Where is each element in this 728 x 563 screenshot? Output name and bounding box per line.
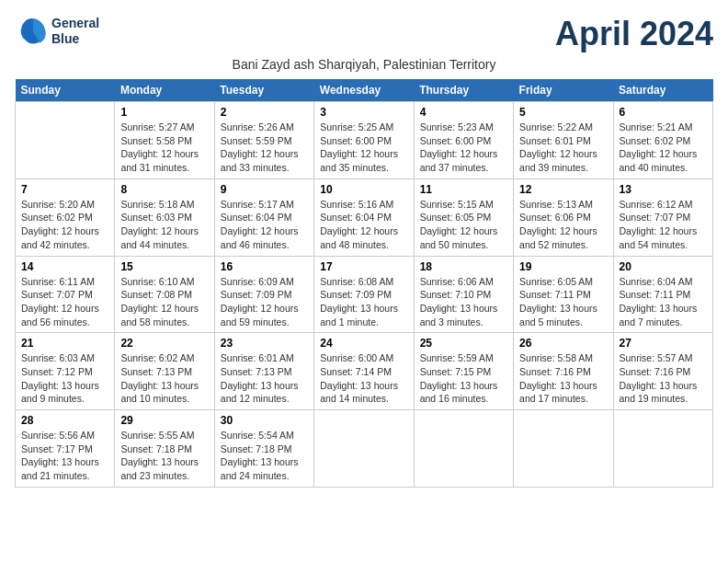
day-number: 8	[120, 183, 208, 196]
day-number: 20	[620, 260, 707, 273]
month-title: April 2024	[555, 15, 713, 53]
day-number: 5	[519, 106, 607, 119]
day-number: 11	[420, 183, 507, 196]
logo-general: General	[51, 16, 99, 31]
day-number: 29	[120, 414, 208, 427]
day-number: 19	[519, 260, 607, 273]
calendar-cell: 17Sunrise: 6:08 AM Sunset: 7:09 PM Dayli…	[314, 256, 414, 333]
calendar-cell: 8Sunrise: 5:18 AM Sunset: 6:03 PM Daylig…	[115, 178, 214, 256]
calendar-cell: 10Sunrise: 5:16 AM Sunset: 6:04 PM Dayli…	[314, 178, 414, 256]
calendar-cell: 30Sunrise: 5:54 AM Sunset: 7:18 PM Dayli…	[214, 410, 313, 488]
calendar-cell: 18Sunrise: 6:06 AM Sunset: 7:10 PM Dayli…	[414, 256, 513, 333]
calendar-cell	[414, 410, 513, 488]
day-info: Sunrise: 6:02 AM Sunset: 7:13 PM Dayligh…	[120, 351, 208, 406]
weekday-header-row: SundayMondayTuesdayWednesdayThursdayFrid…	[16, 79, 713, 102]
day-info: Sunrise: 5:25 AM Sunset: 6:00 PM Dayligh…	[320, 121, 407, 175]
calendar-table: SundayMondayTuesdayWednesdayThursdayFrid…	[15, 79, 713, 488]
day-number: 27	[620, 337, 707, 350]
day-info: Sunrise: 5:22 AM Sunset: 6:01 PM Dayligh…	[519, 121, 607, 175]
day-info: Sunrise: 5:18 AM Sunset: 6:03 PM Dayligh…	[120, 198, 208, 252]
day-number: 26	[519, 337, 607, 350]
calendar-cell: 29Sunrise: 5:55 AM Sunset: 7:18 PM Dayli…	[115, 410, 214, 488]
calendar-cell	[16, 102, 115, 179]
day-number: 22	[120, 337, 208, 350]
day-number: 7	[21, 183, 108, 196]
day-number: 9	[221, 183, 308, 196]
day-info: Sunrise: 5:16 AM Sunset: 6:04 PM Dayligh…	[320, 198, 407, 252]
day-info: Sunrise: 5:21 AM Sunset: 6:02 PM Dayligh…	[620, 121, 707, 175]
day-number: 3	[320, 106, 407, 119]
calendar-week-3: 14Sunrise: 6:11 AM Sunset: 7:07 PM Dayli…	[16, 256, 713, 333]
day-info: Sunrise: 5:57 AM Sunset: 7:16 PM Dayligh…	[620, 351, 707, 406]
day-info: Sunrise: 5:13 AM Sunset: 6:06 PM Dayligh…	[519, 198, 607, 252]
calendar-cell: 24Sunrise: 6:00 AM Sunset: 7:14 PM Dayli…	[314, 333, 414, 410]
day-info: Sunrise: 6:08 AM Sunset: 7:09 PM Dayligh…	[320, 275, 407, 329]
page-header: General Blue April 2024	[15, 15, 713, 53]
day-number: 12	[519, 183, 607, 196]
day-info: Sunrise: 6:00 AM Sunset: 7:14 PM Dayligh…	[320, 351, 407, 406]
day-number: 14	[21, 260, 108, 273]
weekday-header-friday: Friday	[514, 79, 613, 102]
calendar-cell: 28Sunrise: 5:56 AM Sunset: 7:17 PM Dayli…	[16, 410, 115, 488]
day-info: Sunrise: 5:23 AM Sunset: 6:00 PM Dayligh…	[420, 121, 507, 175]
weekday-header-sunday: Sunday	[16, 79, 115, 102]
location-title: Bani Zayd ash Sharqiyah, Palestinian Ter…	[15, 57, 713, 72]
day-number: 21	[21, 337, 108, 350]
day-number: 18	[420, 260, 507, 273]
calendar-cell: 2Sunrise: 5:26 AM Sunset: 5:59 PM Daylig…	[214, 102, 313, 179]
calendar-cell: 23Sunrise: 6:01 AM Sunset: 7:13 PM Dayli…	[214, 333, 313, 410]
calendar-cell: 26Sunrise: 5:58 AM Sunset: 7:16 PM Dayli…	[514, 333, 613, 410]
day-info: Sunrise: 5:56 AM Sunset: 7:17 PM Dayligh…	[21, 429, 108, 483]
weekday-header-saturday: Saturday	[613, 79, 712, 102]
calendar-week-4: 21Sunrise: 6:03 AM Sunset: 7:12 PM Dayli…	[16, 333, 713, 410]
day-info: Sunrise: 6:01 AM Sunset: 7:13 PM Dayligh…	[221, 351, 308, 406]
calendar-cell: 14Sunrise: 6:11 AM Sunset: 7:07 PM Dayli…	[16, 256, 115, 333]
calendar-week-2: 7Sunrise: 5:20 AM Sunset: 6:02 PM Daylig…	[16, 178, 713, 256]
weekday-header-monday: Monday	[115, 79, 214, 102]
calendar-cell: 19Sunrise: 6:05 AM Sunset: 7:11 PM Dayli…	[514, 256, 613, 333]
calendar-week-1: 1Sunrise: 5:27 AM Sunset: 5:58 PM Daylig…	[16, 102, 713, 179]
calendar-body: 1Sunrise: 5:27 AM Sunset: 5:58 PM Daylig…	[16, 102, 713, 488]
day-info: Sunrise: 6:12 AM Sunset: 7:07 PM Dayligh…	[620, 198, 707, 252]
day-number: 2	[221, 106, 308, 119]
day-info: Sunrise: 5:15 AM Sunset: 6:05 PM Dayligh…	[420, 198, 507, 252]
day-info: Sunrise: 5:58 AM Sunset: 7:16 PM Dayligh…	[519, 351, 607, 406]
day-info: Sunrise: 5:17 AM Sunset: 6:04 PM Dayligh…	[221, 198, 308, 252]
calendar-cell	[514, 410, 613, 488]
day-info: Sunrise: 5:27 AM Sunset: 5:58 PM Dayligh…	[120, 121, 208, 175]
day-info: Sunrise: 5:26 AM Sunset: 5:59 PM Dayligh…	[221, 121, 308, 175]
day-number: 30	[221, 414, 308, 427]
calendar-cell: 27Sunrise: 5:57 AM Sunset: 7:16 PM Dayli…	[613, 333, 712, 410]
calendar-cell	[314, 410, 414, 488]
day-info: Sunrise: 6:10 AM Sunset: 7:08 PM Dayligh…	[120, 275, 208, 329]
day-number: 28	[21, 414, 108, 427]
weekday-header-thursday: Thursday	[414, 79, 513, 102]
day-info: Sunrise: 5:55 AM Sunset: 7:18 PM Dayligh…	[120, 429, 208, 483]
calendar-cell: 22Sunrise: 6:02 AM Sunset: 7:13 PM Dayli…	[115, 333, 214, 410]
day-number: 6	[620, 106, 707, 119]
calendar-cell: 25Sunrise: 5:59 AM Sunset: 7:15 PM Dayli…	[414, 333, 513, 410]
calendar-cell: 11Sunrise: 5:15 AM Sunset: 6:05 PM Dayli…	[414, 178, 513, 256]
calendar-cell: 21Sunrise: 6:03 AM Sunset: 7:12 PM Dayli…	[16, 333, 115, 410]
calendar-cell: 6Sunrise: 5:21 AM Sunset: 6:02 PM Daylig…	[613, 102, 712, 179]
calendar-cell	[613, 410, 712, 488]
day-info: Sunrise: 5:20 AM Sunset: 6:02 PM Dayligh…	[21, 198, 108, 252]
logo-icon	[15, 15, 48, 48]
day-info: Sunrise: 6:03 AM Sunset: 7:12 PM Dayligh…	[21, 351, 108, 406]
day-number: 24	[320, 337, 407, 350]
day-info: Sunrise: 6:05 AM Sunset: 7:11 PM Dayligh…	[519, 275, 607, 329]
day-info: Sunrise: 6:06 AM Sunset: 7:10 PM Dayligh…	[420, 275, 507, 329]
day-number: 1	[120, 106, 208, 119]
day-info: Sunrise: 5:54 AM Sunset: 7:18 PM Dayligh…	[221, 429, 308, 483]
logo-blue: Blue	[51, 31, 99, 47]
day-number: 15	[120, 260, 208, 273]
day-number: 25	[420, 337, 507, 350]
calendar-cell: 20Sunrise: 6:04 AM Sunset: 7:11 PM Dayli…	[613, 256, 712, 333]
weekday-header-tuesday: Tuesday	[214, 79, 313, 102]
day-number: 23	[221, 337, 308, 350]
calendar-week-5: 28Sunrise: 5:56 AM Sunset: 7:17 PM Dayli…	[16, 410, 713, 488]
day-number: 10	[320, 183, 407, 196]
logo: General Blue	[15, 15, 99, 48]
weekday-header-wednesday: Wednesday	[314, 79, 414, 102]
day-info: Sunrise: 6:04 AM Sunset: 7:11 PM Dayligh…	[620, 275, 707, 329]
